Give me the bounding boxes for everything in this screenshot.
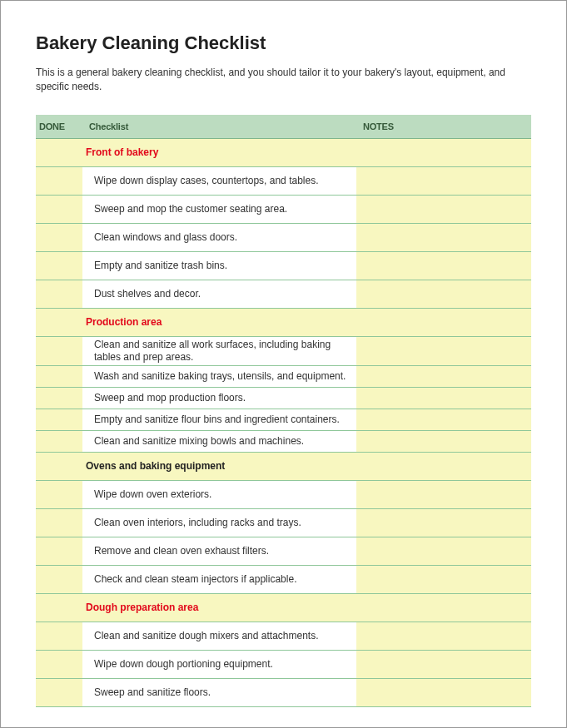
table-row: Wipe down dough portioning equipment. [36, 650, 531, 678]
done-cell[interactable] [36, 650, 82, 678]
task-label: Wipe down display cases, countertops, an… [82, 166, 356, 195]
table-row: Clean and sanitize dough mixers and atta… [36, 622, 531, 650]
notes-cell[interactable] [356, 480, 531, 508]
done-cell[interactable] [36, 280, 82, 308]
notes-cell[interactable] [356, 387, 531, 409]
notes-cell[interactable] [356, 251, 531, 280]
notes-cell [356, 452, 531, 480]
task-label: Empty and sanitize flour bins and ingred… [82, 409, 356, 430]
task-label: Clean windows and glass doors. [82, 223, 356, 251]
section-heading: Dough preparation area [36, 593, 531, 622]
notes-cell [356, 308, 531, 336]
done-cell [36, 452, 82, 480]
table-row: Sweep and mop production floors. [36, 387, 531, 409]
task-label: Sweep and mop production floors. [82, 387, 356, 409]
col-done: DONE [36, 115, 82, 139]
notes-cell[interactable] [356, 565, 531, 593]
table-row: Wash and sanitize baking trays, utensils… [36, 365, 531, 387]
table-row: Dust shelves and decor. [36, 280, 531, 308]
task-label: Wash and sanitize baking trays, utensils… [82, 365, 356, 387]
section-heading: Ovens and baking equipment [36, 452, 531, 480]
section-label: Front of bakery [82, 138, 356, 166]
done-cell [36, 308, 82, 336]
task-label: Sweep and mop the customer seating area. [82, 195, 356, 223]
section-heading: Front of bakery [36, 138, 531, 166]
done-cell [36, 593, 82, 622]
table-row: Clean oven interiors, including racks an… [36, 508, 531, 537]
done-cell[interactable] [36, 508, 82, 537]
done-cell [36, 138, 82, 166]
done-cell[interactable] [36, 409, 82, 430]
done-cell[interactable] [36, 678, 82, 706]
section-label: Ovens and baking equipment [82, 452, 356, 480]
table-row: Empty and sanitize flour bins and ingred… [36, 409, 531, 430]
done-cell[interactable] [36, 166, 82, 195]
task-label: Remove and clean oven exhaust filters. [82, 537, 356, 565]
document-page: Bakery Cleaning Checklist This is a gene… [0, 0, 567, 728]
section-label: Production area [82, 308, 356, 336]
done-cell[interactable] [36, 336, 82, 365]
col-checklist: Checklist [82, 115, 356, 139]
table-row: Sweep and mop the customer seating area. [36, 195, 531, 223]
task-label: Check and clean steam injectors if appli… [82, 565, 356, 593]
task-label: Dust shelves and decor. [82, 280, 356, 308]
table-row: Sweep and sanitize floors. [36, 678, 531, 706]
done-cell[interactable] [36, 195, 82, 223]
task-label: Clean oven interiors, including racks an… [82, 508, 356, 537]
notes-cell[interactable] [356, 622, 531, 650]
table-row: Clean and sanitize all work surfaces, in… [36, 336, 531, 365]
section-heading: Production area [36, 308, 531, 336]
notes-cell[interactable] [356, 537, 531, 565]
done-cell[interactable] [36, 537, 82, 565]
table-row: Remove and clean oven exhaust filters. [36, 537, 531, 565]
notes-cell[interactable] [356, 678, 531, 706]
col-notes: NOTES [356, 115, 531, 139]
notes-cell[interactable] [356, 409, 531, 430]
page-title: Bakery Cleaning Checklist [36, 32, 531, 54]
table-header-row: DONE Checklist NOTES [36, 115, 531, 139]
notes-cell[interactable] [356, 195, 531, 223]
notes-cell[interactable] [356, 430, 531, 452]
notes-cell[interactable] [356, 223, 531, 251]
done-cell[interactable] [36, 365, 82, 387]
notes-cell[interactable] [356, 650, 531, 678]
done-cell[interactable] [36, 387, 82, 409]
section-label: Dough preparation area [82, 593, 356, 622]
table-row: Wipe down oven exteriors. [36, 480, 531, 508]
task-label: Wipe down dough portioning equipment. [82, 650, 356, 678]
notes-cell [356, 593, 531, 622]
table-row: Clean windows and glass doors. [36, 223, 531, 251]
notes-cell[interactable] [356, 508, 531, 537]
done-cell[interactable] [36, 480, 82, 508]
notes-cell[interactable] [356, 166, 531, 195]
notes-cell[interactable] [356, 365, 531, 387]
intro-text: This is a general bakery cleaning checkl… [36, 66, 531, 95]
task-label: Sweep and sanitize floors. [82, 678, 356, 706]
task-label: Clean and sanitize dough mixers and atta… [82, 622, 356, 650]
notes-cell[interactable] [356, 280, 531, 308]
task-label: Clean and sanitize all work surfaces, in… [82, 336, 356, 365]
table-row: Clean and sanitize mixing bowls and mach… [36, 430, 531, 452]
done-cell[interactable] [36, 430, 82, 452]
done-cell[interactable] [36, 622, 82, 650]
notes-cell[interactable] [356, 336, 531, 365]
task-label: Empty and sanitize trash bins. [82, 251, 356, 280]
table-row: Wipe down display cases, countertops, an… [36, 166, 531, 195]
task-label: Clean and sanitize mixing bowls and mach… [82, 430, 356, 452]
task-label: Wipe down oven exteriors. [82, 480, 356, 508]
done-cell[interactable] [36, 223, 82, 251]
checklist-table: DONE Checklist NOTES Front of bakeryWipe… [36, 115, 531, 707]
table-row: Check and clean steam injectors if appli… [36, 565, 531, 593]
table-row: Empty and sanitize trash bins. [36, 251, 531, 280]
notes-cell [356, 138, 531, 166]
done-cell[interactable] [36, 565, 82, 593]
done-cell[interactable] [36, 251, 82, 280]
